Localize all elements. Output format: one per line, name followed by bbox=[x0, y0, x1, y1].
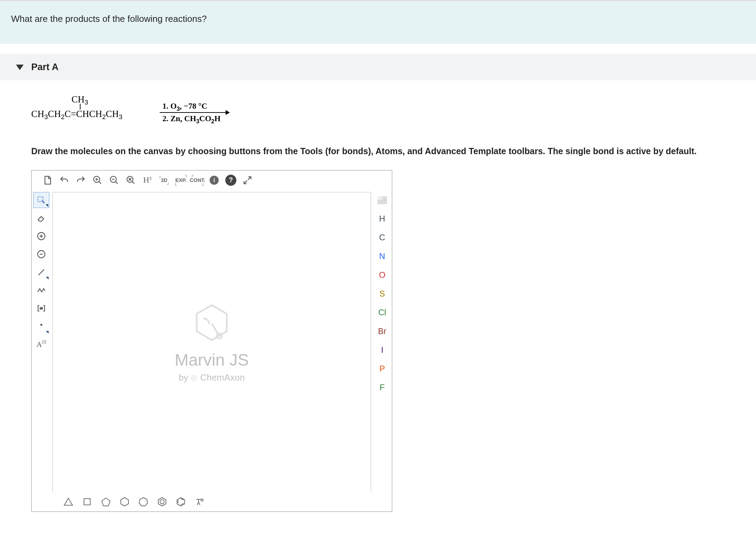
marvin-editor: H± ┌2D┘ ┐EXP.└ ┌CONT.┘ i ? A[1] bbox=[31, 170, 392, 512]
atom-f-button[interactable]: F bbox=[374, 380, 390, 396]
cycloheptane-template[interactable] bbox=[136, 495, 150, 509]
help-icon[interactable]: ? bbox=[223, 173, 238, 188]
hydrogen-toggle-button[interactable]: H± bbox=[140, 173, 155, 188]
part-header[interactable]: Part A bbox=[0, 54, 756, 80]
svg-rect-13 bbox=[84, 499, 90, 505]
eraser-tool[interactable] bbox=[33, 210, 49, 226]
svg-point-10 bbox=[192, 375, 197, 381]
atom-o-button[interactable]: O bbox=[374, 267, 390, 283]
svg-marker-17 bbox=[158, 498, 166, 506]
question-banner: What are the products of the following r… bbox=[0, 0, 756, 44]
draw-instruction: Draw the molecules on the canvas by choo… bbox=[31, 146, 756, 156]
atom-n-button[interactable]: N bbox=[374, 248, 390, 264]
zoom-in-icon[interactable] bbox=[90, 173, 105, 188]
part-label: Part A bbox=[31, 62, 59, 73]
contract-button[interactable]: ┌CONT.┘ bbox=[190, 173, 205, 188]
info-icon[interactable]: i bbox=[207, 173, 222, 188]
atom-map-tool[interactable]: A[1] bbox=[33, 336, 49, 352]
radical-tool[interactable] bbox=[33, 318, 49, 334]
atom-br-button[interactable]: Br bbox=[374, 323, 390, 339]
atom-s-button[interactable]: S bbox=[374, 286, 390, 302]
watermark-subtitle: by ChemAxon bbox=[175, 372, 249, 383]
single-bond-tool[interactable] bbox=[33, 264, 49, 280]
editor-body: A[1] Marvin JS by ChemAxon ░░▒▒▒▒▒▒ bbox=[32, 190, 392, 492]
atom-cl-button[interactable]: Cl bbox=[374, 305, 390, 321]
selection-tool[interactable] bbox=[33, 192, 49, 208]
svg-rect-6 bbox=[40, 307, 43, 310]
cyclohexane-template[interactable] bbox=[118, 495, 132, 509]
cyclopentane-template[interactable] bbox=[99, 495, 113, 509]
templates-toolbar bbox=[32, 492, 392, 511]
expand-button[interactable]: ┐EXP.└ bbox=[173, 173, 188, 188]
marvin-logo-icon bbox=[191, 302, 233, 343]
drawing-canvas[interactable]: Marvin JS by ChemAxon bbox=[52, 192, 371, 492]
new-document-icon[interactable] bbox=[40, 173, 55, 188]
atom-h-button[interactable]: H bbox=[374, 211, 390, 227]
reaction-formula: CH3CH2C=CHCH2CH3 bbox=[31, 109, 123, 121]
marvin-watermark: Marvin JS by ChemAxon bbox=[175, 302, 249, 383]
collapse-triangle-icon[interactable] bbox=[16, 65, 24, 70]
svg-point-11 bbox=[193, 377, 195, 379]
cyclopropane-template[interactable] bbox=[61, 495, 75, 509]
svg-marker-15 bbox=[121, 498, 128, 506]
svg-marker-16 bbox=[139, 498, 148, 506]
left-toolbar: A[1] bbox=[32, 190, 51, 492]
fullscreen-icon[interactable] bbox=[240, 173, 255, 188]
cyclobutane-template[interactable] bbox=[80, 495, 94, 509]
benzene-template[interactable] bbox=[155, 495, 169, 509]
svg-point-20 bbox=[201, 499, 203, 501]
reaction-condition-2: 2. Zn, CH3CO2H bbox=[162, 114, 220, 125]
question-text: What are the products of the following r… bbox=[11, 14, 207, 24]
atom-i-button[interactable]: I bbox=[374, 342, 390, 358]
atom-c-button[interactable]: C bbox=[374, 230, 390, 245]
chain-tool[interactable] bbox=[33, 282, 49, 298]
custom-template-icon[interactable] bbox=[193, 495, 207, 509]
svg-marker-12 bbox=[64, 498, 73, 505]
redo-icon[interactable] bbox=[73, 173, 89, 188]
benzene-kekule-template[interactable] bbox=[174, 495, 188, 509]
reaction-condition-1: 1. O3, −78 °C bbox=[162, 102, 207, 112]
watermark-title: Marvin JS bbox=[175, 350, 249, 369]
periodic-table-button[interactable]: ░░▒▒▒▒▒▒ bbox=[374, 192, 390, 208]
top-toolbar: H± ┌2D┘ ┐EXP.└ ┌CONT.┘ i ? bbox=[32, 170, 392, 190]
atoms-toolbar: ░░▒▒▒▒▒▒ H C N O S Cl Br I P F bbox=[372, 190, 392, 492]
undo-icon[interactable] bbox=[57, 173, 72, 188]
reaction-arrow-icon bbox=[160, 112, 229, 113]
zoom-out-icon[interactable] bbox=[107, 173, 122, 188]
content-area: CH3 CH3CH2C=CHCH2CH3 1. O3, −78 °C 2. Zn… bbox=[0, 80, 756, 512]
bracket-tool[interactable] bbox=[33, 300, 49, 316]
clean-2d-button[interactable]: ┌2D┘ bbox=[157, 173, 172, 188]
svg-point-18 bbox=[160, 500, 164, 504]
charge-minus-tool[interactable] bbox=[33, 246, 49, 262]
atom-p-button[interactable]: P bbox=[374, 361, 390, 377]
svg-marker-14 bbox=[102, 498, 110, 506]
charge-plus-tool[interactable] bbox=[33, 228, 49, 244]
svg-point-7 bbox=[40, 324, 42, 326]
zoom-reset-icon[interactable] bbox=[123, 173, 138, 188]
reaction-scheme: CH3 CH3CH2C=CHCH2CH3 1. O3, −78 °C 2. Zn… bbox=[31, 94, 240, 125]
